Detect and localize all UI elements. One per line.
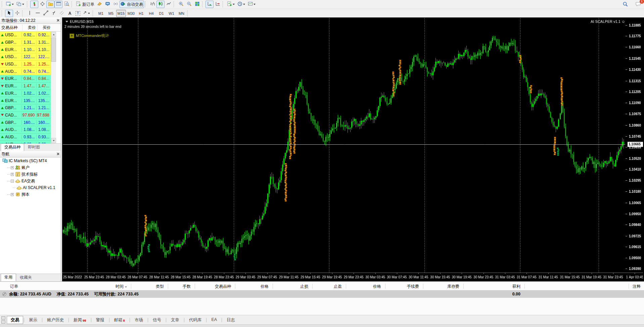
market-watch-row[interactable]: GBP...1.21...1.21... [0,104,51,112]
expand-plus-icon[interactable]: + [11,173,14,176]
terminal-tab-市场[interactable]: 市场 [131,316,147,324]
scrollbar-thumb[interactable] [51,38,56,62]
tab-收藏夹[interactable]: 收藏夹 [16,274,36,281]
orders-column-3[interactable]: 手数 [183,284,191,289]
market-watch-row[interactable]: EUR...0.84...0.84... [0,75,51,83]
toolbar-grip[interactable] [27,1,29,7]
terminal-tab-信号[interactable]: 信号 [149,316,165,324]
market-watch-row[interactable]: AUD...0.74...0.74... [0,68,51,75]
tab-即时图[interactable]: 即时图 [24,143,44,151]
autotrading-button[interactable]: 自动交易 [120,1,144,8]
toolbar-grip[interactable] [2,10,4,16]
market-watch-row[interactable]: EUR...1.47...1.47... [0,83,51,90]
tree-item-AI SCALPER v1.1[interactable]: AI SCALPER v1.1 [0,184,61,191]
tree-item-脚本[interactable]: +脚本 [0,191,61,198]
orders-column-4[interactable]: 交易品种 [215,284,231,289]
timeframe-d1[interactable]: D1 [156,10,166,17]
toolbar-grip[interactable] [93,10,95,16]
toolbar-grip[interactable] [187,10,189,16]
market-watch-row[interactable]: AUD...0.69...0.69... [0,141,51,143]
orders-column-11[interactable]: 获利 [512,284,520,289]
market-watch-row[interactable]: AUD...1.08...1.08... [0,126,51,134]
panel-grip[interactable] [1,316,6,324]
line-chart-button[interactable] [165,1,173,8]
periods-button[interactable] [236,1,247,8]
collapse-minus-icon[interactable]: − [11,180,14,183]
cursor-tool-button[interactable] [5,10,13,17]
timeframe-m5[interactable]: M5 [106,10,116,17]
chart-shift-button[interactable] [214,1,222,8]
tree-item-EA交易[interactable]: −EA交易 [0,178,61,184]
orders-column-6[interactable]: 止损 [300,284,308,289]
toolbar-grip[interactable] [202,1,204,7]
tree-item-账户[interactable]: +账户 [0,164,61,171]
fibonacci-tool-button[interactable] [50,10,58,17]
strategy-tester-button[interactable] [62,1,71,8]
orders-column-0[interactable]: 订单 [10,284,18,289]
auto-scroll-button[interactable] [205,1,214,8]
market-watch-row[interactable]: EUR...1.02...1.02... [0,90,51,97]
crosshair-tool-button[interactable] [13,10,21,17]
indicators-button[interactable] [226,1,236,8]
market-watch-row[interactable]: USD...122....122.... [0,53,51,61]
price-chart-canvas[interactable] [62,17,643,281]
mtcommander-button[interactable]: + MTCommander统计 [70,33,109,38]
zoom-out-button[interactable] [185,1,193,8]
data-window-button[interactable] [38,1,46,8]
arrows-tool-button[interactable] [82,10,92,17]
orders-column-12[interactable]: 注释 [633,284,641,289]
timeframe-m15[interactable]: M15 [116,10,126,17]
tile-windows-button[interactable] [193,1,201,8]
ea-smiley-icon[interactable]: ☺ [622,19,625,24]
tab-交易品种[interactable]: 交易品种 [1,143,24,151]
timeframe-m30[interactable]: M30 [126,10,136,17]
orders-column-9[interactable]: 手续费 [407,284,419,289]
timeframe-w1[interactable]: W1 [167,10,176,17]
metaeditor-button[interactable] [95,1,103,8]
market-watch-row[interactable]: EUR...1.10...1.10... [0,46,51,53]
tree-item-技术指标[interactable]: +f技术指标 [0,171,61,178]
candlestick-chart-button[interactable] [156,1,165,8]
vertical-line-tool-button[interactable] [26,10,34,17]
scroll-up-icon[interactable] [51,32,56,37]
terminal-tab-文章[interactable]: 文章 [167,316,183,324]
terminal-tab-交易[interactable]: 交易 [7,316,23,324]
toolbar-grip[interactable] [2,1,4,7]
terminal-tab-账户历史[interactable]: 账户历史 [43,316,68,324]
tree-item-IC Markets (SC) MT4[interactable]: IC Markets (SC) MT4 [0,157,61,164]
terminal-tab-展示[interactable]: 展示 [25,316,41,324]
market-watch-row[interactable]: USD...1.25...1.25... [0,61,51,68]
one-click-trading-icon[interactable] [65,21,68,22]
timeframe-m1[interactable]: M1 [96,10,106,17]
templates-button[interactable] [247,1,257,8]
market-watch-row[interactable]: USD...0.92...0.92... [0,32,51,39]
market-watch-row[interactable]: GBP...160....160.... [0,119,51,126]
new-order-button[interactable]: 新订单 [75,1,95,8]
column-header-2[interactable]: 买价 [37,25,52,31]
market-watch-row[interactable]: GBP...1.31...1.31... [0,39,51,46]
market-watch-scrollbar[interactable] [51,32,56,143]
terminal-tab-日志[interactable]: 日志 [223,316,239,324]
toolbar-grip[interactable] [72,1,74,7]
plus-icon[interactable]: + [70,34,74,38]
market-watch-row[interactable]: AUD...0.93...0.93... [0,134,51,141]
profiles-button[interactable] [15,1,26,8]
orders-column-10[interactable]: 库存费 [447,284,459,289]
terminal-tab-警报[interactable]: 警报 [92,316,108,324]
timeframe-h4[interactable]: H4 [146,10,156,17]
navigator-toggle-button[interactable] [46,1,54,8]
orders-column-2[interactable]: 类型 [156,284,164,289]
terminal-tab-邮箱[interactable]: 邮箱8 [110,316,129,324]
orders-column-7[interactable]: 止盈 [334,284,342,289]
close-icon[interactable] [56,18,59,23]
new-chart-button[interactable] [5,1,15,8]
toolbar-grip[interactable] [223,1,225,7]
label-tool-button[interactable]: T [74,10,82,17]
terminal-tab-代码库[interactable]: 代码库 [185,316,206,324]
timeframe-h1[interactable]: H1 [136,10,146,17]
column-header-0[interactable]: 交易品种 [0,25,22,31]
expand-plus-icon[interactable]: + [11,193,14,196]
timeframe-mn[interactable]: MN [177,10,186,17]
mobile-terminal-button[interactable] [103,1,111,8]
terminal-tab-新闻[interactable]: 新闻98 [70,316,90,324]
